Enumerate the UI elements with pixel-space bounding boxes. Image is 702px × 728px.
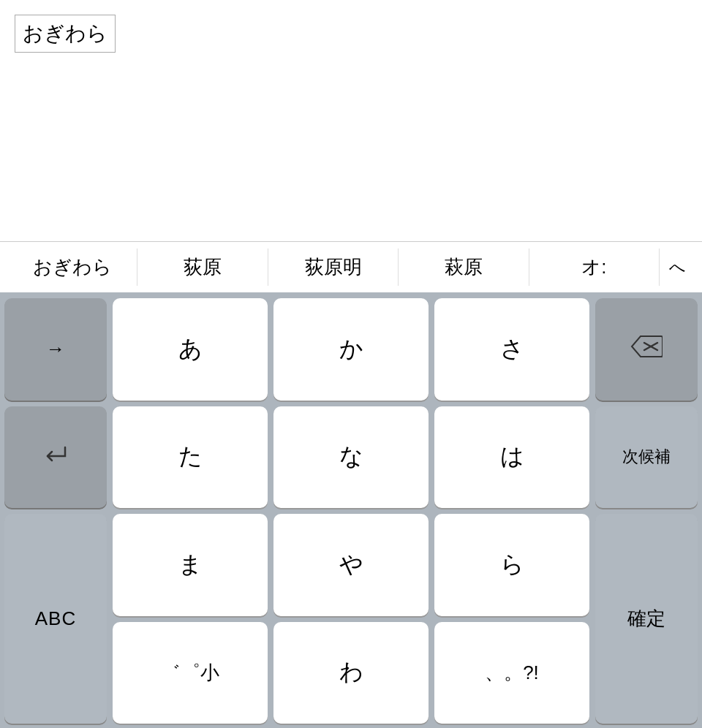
key-ka-label: か xyxy=(339,333,363,365)
key-na[interactable]: な xyxy=(273,406,429,509)
keyboard: → あ か さ た な は xyxy=(0,292,702,728)
key-return[interactable] xyxy=(4,406,107,509)
suggestion-item-1[interactable]: 荻原 xyxy=(137,249,268,286)
input-text-display: おぎわら xyxy=(15,15,116,53)
key-ma[interactable]: ま xyxy=(113,514,268,616)
key-sa[interactable]: さ xyxy=(434,298,589,401)
arrow-icon: → xyxy=(46,338,65,360)
key-ra[interactable]: ら xyxy=(434,514,589,616)
suggestion-item-3[interactable]: 萩原 xyxy=(399,249,529,286)
key-ra-label: ら xyxy=(500,549,524,581)
key-a-label: あ xyxy=(178,333,203,365)
key-po[interactable]: ゛゜小 xyxy=(113,622,268,724)
delete-icon xyxy=(630,335,663,363)
key-ta[interactable]: た xyxy=(113,406,268,509)
key-ka[interactable]: か xyxy=(273,298,429,401)
key-arrow[interactable]: → xyxy=(4,298,107,401)
key-sa-label: さ xyxy=(500,333,524,365)
key-confirm-label: 確定 xyxy=(627,606,665,632)
suggestion-item-4[interactable]: オ: xyxy=(529,249,660,286)
suggestion-item-2[interactable]: 荻原明 xyxy=(268,249,399,286)
key-po-label: ゛゜小 xyxy=(161,660,219,686)
key-next-candidate[interactable]: 次候補 xyxy=(595,406,698,509)
suggestion-bar: おぎわら 荻原 荻原明 萩原 オ: へ xyxy=(0,241,702,292)
key-na-label: な xyxy=(339,441,363,473)
key-ma-label: ま xyxy=(178,549,203,581)
key-abc[interactable]: ABC xyxy=(4,514,107,724)
input-text-value: おぎわら xyxy=(23,22,107,45)
key-punct[interactable]: 、。?! xyxy=(434,622,589,724)
key-ya-label: や xyxy=(339,549,363,581)
key-abc-label: ABC xyxy=(35,607,76,630)
suggestion-more-button[interactable]: へ xyxy=(660,251,695,284)
key-punct-label: 、。?! xyxy=(485,660,539,686)
key-a[interactable]: あ xyxy=(113,298,268,401)
key-ta-label: た xyxy=(178,441,203,473)
key-wa[interactable]: わ xyxy=(273,622,429,724)
suggestion-item-0[interactable]: おぎわら xyxy=(7,249,137,286)
return-icon xyxy=(42,443,69,471)
key-ha-label: は xyxy=(500,441,524,473)
key-next-label: 次候補 xyxy=(622,446,671,468)
key-delete[interactable] xyxy=(595,298,698,401)
text-area: おぎわら xyxy=(0,0,702,241)
key-ya[interactable]: や xyxy=(273,514,429,616)
key-ha[interactable]: は xyxy=(434,406,589,509)
key-wa-label: わ xyxy=(339,656,363,689)
key-confirm[interactable]: 確定 xyxy=(595,514,698,724)
